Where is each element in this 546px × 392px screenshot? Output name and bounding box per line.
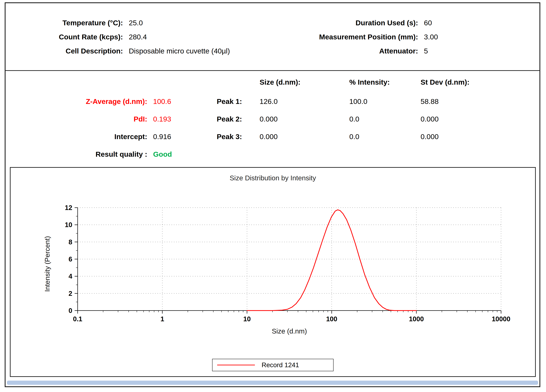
- count-rate-label: Count Rate (kcps):: [6, 32, 123, 42]
- intercept-label: Intercept:: [6, 131, 147, 142]
- cell-description-value: Disposable micro cuvette (40µl): [129, 46, 230, 56]
- duration-label: Duration Used (s):: [284, 18, 418, 28]
- peak1-size: 126.0: [260, 96, 278, 107]
- peak3-label: Peak 3:: [200, 131, 242, 142]
- y-tick-label: 8: [69, 238, 72, 246]
- peak1-stdev: 58.88: [421, 96, 439, 107]
- chart-box: 0.1110100100010000024681012 Size Distrib…: [10, 167, 536, 377]
- y-tick-label: 0: [69, 307, 72, 314]
- attenuator-label: Attenuator:: [284, 46, 418, 56]
- column-header-intensity: % Intensity:: [349, 77, 390, 87]
- peak2-size: 0.000: [260, 114, 278, 124]
- size-distribution-plot: 0.1110100100010000024681012: [11, 168, 535, 376]
- duration-value: 60: [424, 18, 432, 28]
- legend: Record 1241: [212, 359, 333, 371]
- dls-report-page: Temperature (°C): 25.0 Duration Used (s)…: [0, 0, 546, 392]
- temperature-label: Temperature (°C):: [6, 18, 123, 28]
- header-row: Count Rate (kcps): 280.4 Measurement Pos…: [6, 32, 540, 42]
- temperature-value: 25.0: [129, 18, 143, 28]
- z-average-label: Z-Average (d.nm):: [6, 96, 147, 107]
- count-rate-value: 280.4: [129, 32, 147, 42]
- result-row: Result quality : Good: [6, 149, 540, 159]
- x-tick-label: 0.1: [73, 315, 82, 323]
- y-tick-label: 6: [69, 255, 72, 263]
- pdi-value: 0.193: [153, 114, 171, 124]
- x-tick-label: 100: [326, 315, 337, 323]
- legend-line: [217, 365, 255, 365]
- results-column-headers: Size (d.nm): % Intensity: St Dev (d.nm):: [6, 77, 540, 87]
- x-tick-label: 1000: [409, 315, 424, 323]
- y-tick-label: 4: [69, 272, 72, 280]
- result-row: PdI: 0.193 Peak 2: 0.000 0.0 0.000: [6, 114, 540, 124]
- x-tick-label: 10000: [492, 315, 510, 323]
- x-tick-label: 10: [243, 315, 251, 323]
- peak3-intensity: 0.0: [349, 131, 359, 142]
- peak2-stdev: 0.000: [421, 114, 439, 124]
- measurement-position-value: 3.00: [424, 32, 438, 42]
- header-row: Cell Description: Disposable micro cuvet…: [6, 46, 540, 56]
- chart-title: Size Distribution by Intensity: [11, 174, 535, 182]
- horizontal-scrollbar[interactable]: [7, 381, 538, 385]
- report-frame: Temperature (°C): 25.0 Duration Used (s)…: [5, 2, 540, 387]
- y-tick-label: 2: [69, 290, 72, 297]
- pdi-label: PdI:: [6, 114, 147, 124]
- peak1-label: Peak 1:: [200, 96, 242, 107]
- column-header-stdev: St Dev (d.nm):: [421, 77, 469, 87]
- attenuator-value: 5: [424, 46, 428, 56]
- x-tick-label: 1: [161, 315, 164, 323]
- z-average-value: 100.6: [153, 96, 171, 107]
- intercept-value: 0.916: [153, 131, 171, 142]
- y-tick-label: 10: [65, 221, 72, 228]
- peak3-size: 0.000: [260, 131, 278, 142]
- header-row: Temperature (°C): 25.0 Duration Used (s)…: [6, 18, 540, 28]
- result-quality-value: Good: [153, 149, 172, 159]
- peak2-label: Peak 2:: [200, 114, 242, 124]
- measurement-position-label: Measurement Position (mm):: [284, 32, 418, 42]
- x-axis-label: Size (d.nm): [78, 327, 501, 335]
- y-tick-label: 12: [65, 204, 72, 211]
- peak1-intensity: 100.0: [349, 96, 367, 107]
- section-divider: [6, 70, 540, 71]
- peak3-stdev: 0.000: [421, 131, 439, 142]
- result-row: Z-Average (d.nm): 100.6 Peak 1: 126.0 10…: [6, 96, 540, 107]
- result-row: Intercept: 0.916 Peak 3: 0.000 0.0 0.000: [6, 131, 540, 142]
- y-axis-label: Intensity (Percent): [43, 236, 51, 292]
- legend-label: Record 1241: [262, 361, 299, 369]
- peak2-intensity: 0.0: [349, 114, 359, 124]
- cell-description-label: Cell Description:: [6, 46, 123, 56]
- column-header-size: Size (d.nm):: [260, 77, 300, 87]
- result-quality-label: Result quality :: [6, 149, 147, 159]
